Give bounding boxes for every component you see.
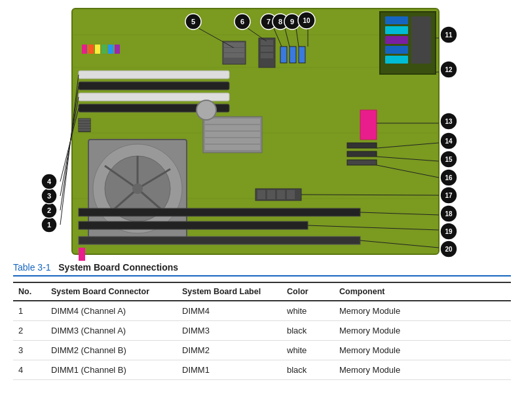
svg-text:10: 10	[303, 17, 310, 24]
cell-connector: DIMM4 (Channel A)	[46, 301, 177, 321]
svg-rect-5	[79, 71, 229, 79]
svg-rect-44	[385, 36, 408, 44]
svg-text:5: 5	[191, 18, 195, 26]
svg-rect-36	[261, 47, 273, 52]
svg-rect-16	[79, 119, 90, 121]
svg-rect-51	[347, 160, 377, 165]
svg-rect-56	[205, 138, 260, 143]
svg-rect-62	[277, 190, 285, 199]
svg-rect-54	[205, 125, 260, 130]
svg-text:2: 2	[47, 206, 51, 214]
cell-connector: DIMM1 (Channel B)	[46, 360, 177, 380]
svg-rect-12	[102, 45, 107, 54]
svg-rect-42	[385, 16, 408, 24]
svg-rect-46	[385, 56, 408, 64]
svg-text:15: 15	[445, 156, 453, 163]
table-row: 2 DIMM3 (Channel A) DIMM3 black Memory M…	[13, 321, 511, 341]
cell-color: black	[282, 360, 334, 380]
svg-rect-40	[299, 47, 305, 63]
svg-rect-67	[79, 248, 85, 261]
svg-rect-48	[360, 110, 377, 140]
svg-rect-11	[95, 45, 100, 54]
svg-rect-38	[280, 47, 287, 63]
svg-rect-47	[411, 16, 431, 64]
diagram-container: 1 2 3 4 5 6 7 8 9 10 11 12 13 14 15 16	[0, 0, 524, 262]
cell-no: 3	[13, 341, 46, 360]
svg-rect-45	[385, 46, 408, 54]
svg-text:6: 6	[240, 18, 244, 26]
table-header-row: No. System Board Connector System Board …	[13, 282, 511, 301]
svg-rect-19	[79, 126, 90, 128]
cell-connector: DIMM3 (Channel A)	[46, 321, 177, 341]
svg-text:9: 9	[290, 18, 294, 26]
cell-label: DIMM1	[177, 360, 282, 380]
svg-text:12: 12	[445, 66, 453, 73]
svg-rect-43	[385, 26, 408, 34]
svg-rect-6	[79, 82, 229, 90]
svg-rect-66	[79, 237, 360, 244]
table-label-num: Table 3-1	[13, 262, 51, 273]
svg-rect-17	[79, 121, 90, 123]
cell-component: Memory Module	[334, 301, 511, 321]
svg-rect-13	[108, 45, 113, 54]
cell-component: Memory Module	[334, 360, 511, 380]
cell-color: black	[282, 321, 334, 341]
table-section: Table 3-1 System Board Connections No. S…	[0, 262, 524, 387]
cell-no: 4	[13, 360, 46, 380]
svg-text:3: 3	[47, 192, 51, 200]
svg-rect-9	[82, 45, 87, 54]
svg-rect-32	[224, 48, 244, 52]
cell-no: 1	[13, 301, 46, 321]
svg-rect-65	[79, 221, 308, 229]
header-label: System Board Label	[177, 282, 282, 301]
svg-text:16: 16	[445, 174, 453, 181]
svg-rect-33	[224, 53, 244, 58]
svg-rect-49	[347, 143, 377, 148]
svg-point-29	[132, 183, 143, 194]
cell-component: Memory Module	[334, 341, 511, 360]
svg-text:14: 14	[445, 138, 453, 145]
svg-rect-37	[261, 53, 273, 58]
svg-rect-55	[205, 132, 260, 137]
cell-no: 2	[13, 321, 46, 341]
svg-rect-39	[290, 47, 296, 63]
svg-rect-50	[347, 151, 377, 157]
svg-rect-31	[224, 43, 244, 47]
svg-text:4: 4	[47, 178, 52, 185]
svg-rect-63	[287, 190, 295, 199]
table-row: 4 DIMM1 (Channel B) DIMM1 black Memory M…	[13, 360, 511, 380]
cell-label: DIMM4	[177, 301, 282, 321]
cell-connector: DIMM2 (Channel B)	[46, 341, 177, 360]
table-row: 3 DIMM2 (Channel B) DIMM2 white Memory M…	[13, 341, 511, 360]
svg-text:13: 13	[445, 118, 453, 125]
header-no: No.	[13, 282, 46, 301]
motherboard-diagram: 1 2 3 4 5 6 7 8 9 10 11 12 13 14 15 16	[13, 2, 511, 261]
connections-table: No. System Board Connector System Board …	[13, 282, 511, 380]
svg-point-58	[196, 100, 216, 120]
cell-label: DIMM3	[177, 321, 282, 341]
cell-label: DIMM2	[177, 341, 282, 360]
svg-rect-14	[115, 45, 120, 54]
svg-text:7: 7	[267, 18, 271, 26]
table-title-text: System Board Connections	[58, 262, 178, 273]
svg-text:18: 18	[445, 210, 453, 218]
header-color: Color	[282, 282, 334, 301]
svg-rect-60	[257, 190, 265, 199]
header-component: Component	[334, 282, 511, 301]
svg-rect-53	[205, 119, 260, 124]
svg-text:11: 11	[445, 31, 453, 39]
svg-rect-10	[88, 45, 94, 54]
svg-text:19: 19	[445, 228, 453, 235]
svg-rect-20	[79, 129, 90, 131]
svg-rect-64	[79, 208, 360, 216]
svg-rect-61	[267, 190, 275, 199]
cell-component: Memory Module	[334, 321, 511, 341]
svg-rect-18	[79, 124, 90, 126]
svg-text:8: 8	[278, 18, 282, 26]
header-connector: System Board Connector	[46, 282, 177, 301]
svg-rect-35	[261, 40, 273, 45]
svg-text:17: 17	[445, 192, 453, 199]
table-row: 1 DIMM4 (Channel A) DIMM4 white Memory M…	[13, 301, 511, 321]
cell-color: white	[282, 341, 334, 360]
svg-rect-57	[205, 145, 260, 150]
